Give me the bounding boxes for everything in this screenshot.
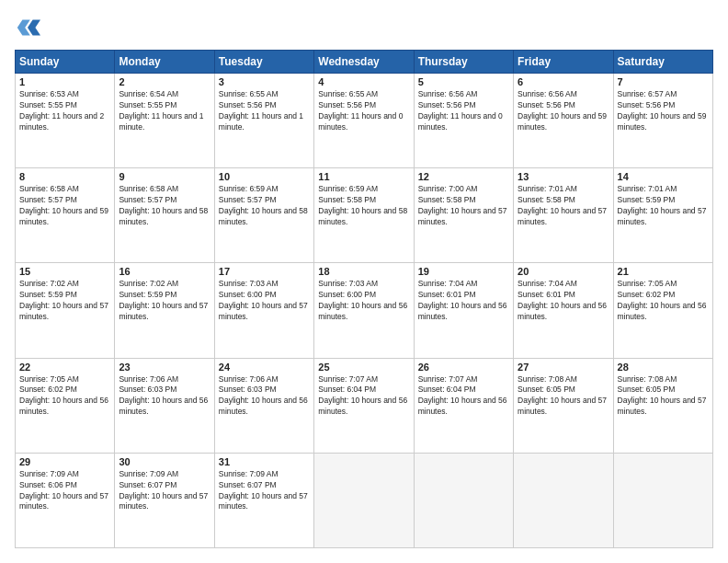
col-wednesday: Wednesday — [314, 51, 414, 74]
day-info: Sunrise: 7:06 AMSunset: 6:03 PMDaylight:… — [219, 374, 310, 419]
calendar-day-cell: 21 Sunrise: 7:05 AMSunset: 6:02 PMDaylig… — [613, 263, 712, 358]
calendar-day-cell: 19 Sunrise: 7:04 AMSunset: 6:01 PMDaylig… — [414, 263, 513, 358]
calendar-day-cell: 29 Sunrise: 7:09 AMSunset: 6:06 PMDaylig… — [16, 453, 115, 547]
calendar-day-cell: 30 Sunrise: 7:09 AMSunset: 6:07 PMDaylig… — [115, 453, 214, 547]
day-info: Sunrise: 7:08 AMSunset: 6:05 PMDaylight:… — [618, 374, 709, 419]
calendar-day-cell: 12 Sunrise: 7:00 AMSunset: 5:58 PMDaylig… — [414, 168, 513, 263]
calendar-day-cell — [414, 453, 513, 547]
day-info: Sunrise: 6:57 AMSunset: 5:56 PMDaylight:… — [618, 89, 709, 133]
day-info: Sunrise: 7:00 AMSunset: 5:58 PMDaylight:… — [418, 184, 509, 228]
day-number: 28 — [618, 362, 709, 373]
day-info: Sunrise: 6:55 AMSunset: 5:56 PMDaylight:… — [318, 89, 409, 133]
day-info: Sunrise: 7:03 AMSunset: 6:00 PMDaylight:… — [219, 279, 310, 323]
day-info: Sunrise: 7:09 AMSunset: 6:07 PMDaylight:… — [119, 469, 210, 513]
calendar-day-cell: 13 Sunrise: 7:01 AMSunset: 5:58 PMDaylig… — [514, 168, 613, 263]
calendar-day-cell: 16 Sunrise: 7:02 AMSunset: 5:59 PMDaylig… — [115, 263, 214, 358]
calendar-week-row: 15 Sunrise: 7:02 AMSunset: 5:59 PMDaylig… — [16, 263, 713, 358]
day-info: Sunrise: 7:02 AMSunset: 5:59 PMDaylight:… — [19, 279, 110, 323]
calendar-day-cell: 6 Sunrise: 6:56 AMSunset: 5:56 PMDayligh… — [514, 74, 613, 168]
calendar-day-cell: 1 Sunrise: 6:53 AMSunset: 5:55 PMDayligh… — [16, 74, 115, 168]
day-number: 9 — [119, 171, 210, 182]
day-number: 8 — [19, 171, 110, 182]
day-info: Sunrise: 6:56 AMSunset: 5:56 PMDaylight:… — [518, 89, 609, 133]
day-info: Sunrise: 7:03 AMSunset: 6:00 PMDaylight:… — [318, 279, 409, 323]
calendar-day-cell: 10 Sunrise: 6:59 AMSunset: 5:57 PMDaylig… — [214, 168, 313, 263]
col-sunday: Sunday — [16, 51, 115, 74]
col-thursday: Thursday — [414, 51, 513, 74]
day-info: Sunrise: 7:04 AMSunset: 6:01 PMDaylight:… — [418, 279, 509, 323]
day-info: Sunrise: 7:02 AMSunset: 5:59 PMDaylight:… — [119, 279, 210, 323]
calendar-day-cell: 31 Sunrise: 7:09 AMSunset: 6:07 PMDaylig… — [214, 453, 313, 547]
calendar-header-row: Sunday Monday Tuesday Wednesday Thursday… — [16, 51, 713, 74]
calendar-day-cell: 5 Sunrise: 6:56 AMSunset: 5:56 PMDayligh… — [414, 74, 513, 168]
logo-icon — [15, 15, 40, 40]
day-info: Sunrise: 6:59 AMSunset: 5:58 PMDaylight:… — [318, 184, 409, 228]
svg-marker-0 — [28, 20, 40, 36]
calendar-day-cell: 26 Sunrise: 7:07 AMSunset: 6:04 PMDaylig… — [414, 358, 513, 453]
day-info: Sunrise: 7:05 AMSunset: 6:02 PMDaylight:… — [19, 374, 110, 419]
calendar-day-cell — [314, 453, 414, 547]
day-info: Sunrise: 7:06 AMSunset: 6:03 PMDaylight:… — [119, 374, 210, 419]
col-friday: Friday — [514, 51, 613, 74]
calendar-week-row: 29 Sunrise: 7:09 AMSunset: 6:06 PMDaylig… — [16, 453, 713, 547]
day-info: Sunrise: 6:55 AMSunset: 5:56 PMDaylight:… — [219, 89, 310, 133]
day-number: 6 — [518, 76, 609, 87]
calendar-week-row: 1 Sunrise: 6:53 AMSunset: 5:55 PMDayligh… — [16, 74, 713, 168]
calendar-day-cell: 3 Sunrise: 6:55 AMSunset: 5:56 PMDayligh… — [214, 74, 313, 168]
calendar-table: Sunday Monday Tuesday Wednesday Thursday… — [15, 50, 713, 548]
col-tuesday: Tuesday — [214, 51, 313, 74]
day-info: Sunrise: 7:07 AMSunset: 6:04 PMDaylight:… — [418, 374, 509, 419]
day-number: 1 — [19, 76, 110, 87]
day-number: 12 — [418, 171, 509, 182]
day-info: Sunrise: 6:58 AMSunset: 5:57 PMDaylight:… — [19, 184, 110, 228]
calendar-week-row: 22 Sunrise: 7:05 AMSunset: 6:02 PMDaylig… — [16, 358, 713, 453]
day-number: 2 — [119, 76, 210, 87]
day-info: Sunrise: 7:01 AMSunset: 5:59 PMDaylight:… — [618, 184, 709, 228]
day-number: 11 — [318, 171, 409, 182]
day-info: Sunrise: 7:05 AMSunset: 6:02 PMDaylight:… — [618, 279, 709, 323]
calendar-day-cell: 27 Sunrise: 7:08 AMSunset: 6:05 PMDaylig… — [514, 358, 613, 453]
day-number: 3 — [219, 76, 310, 87]
calendar-day-cell: 24 Sunrise: 7:06 AMSunset: 6:03 PMDaylig… — [214, 358, 313, 453]
day-number: 31 — [219, 456, 310, 467]
day-number: 29 — [19, 456, 110, 467]
page: Sunday Monday Tuesday Wednesday Thursday… — [0, 0, 728, 563]
day-info: Sunrise: 7:07 AMSunset: 6:04 PMDaylight:… — [318, 374, 409, 419]
day-number: 7 — [618, 76, 709, 87]
day-info: Sunrise: 7:09 AMSunset: 6:06 PMDaylight:… — [19, 469, 110, 513]
day-info: Sunrise: 6:53 AMSunset: 5:55 PMDaylight:… — [19, 89, 110, 133]
day-number: 5 — [418, 76, 509, 87]
day-number: 19 — [418, 266, 509, 277]
calendar-day-cell — [514, 453, 613, 547]
calendar-day-cell: 11 Sunrise: 6:59 AMSunset: 5:58 PMDaylig… — [314, 168, 414, 263]
day-info: Sunrise: 7:04 AMSunset: 6:01 PMDaylight:… — [518, 279, 609, 323]
day-info: Sunrise: 7:01 AMSunset: 5:58 PMDaylight:… — [518, 184, 609, 228]
day-number: 4 — [318, 76, 409, 87]
day-number: 21 — [618, 266, 709, 277]
calendar-day-cell: 8 Sunrise: 6:58 AMSunset: 5:57 PMDayligh… — [16, 168, 115, 263]
calendar-week-row: 8 Sunrise: 6:58 AMSunset: 5:57 PMDayligh… — [16, 168, 713, 263]
calendar-day-cell — [613, 453, 712, 547]
calendar-day-cell: 22 Sunrise: 7:05 AMSunset: 6:02 PMDaylig… — [16, 358, 115, 453]
calendar-day-cell: 17 Sunrise: 7:03 AMSunset: 6:00 PMDaylig… — [214, 263, 313, 358]
day-number: 20 — [518, 266, 609, 277]
logo — [15, 15, 44, 40]
day-info: Sunrise: 7:09 AMSunset: 6:07 PMDaylight:… — [219, 469, 310, 513]
day-number: 16 — [119, 266, 210, 277]
day-info: Sunrise: 6:59 AMSunset: 5:57 PMDaylight:… — [219, 184, 310, 228]
calendar-day-cell: 28 Sunrise: 7:08 AMSunset: 6:05 PMDaylig… — [613, 358, 712, 453]
calendar-day-cell: 9 Sunrise: 6:58 AMSunset: 5:57 PMDayligh… — [115, 168, 214, 263]
calendar-day-cell: 20 Sunrise: 7:04 AMSunset: 6:01 PMDaylig… — [514, 263, 613, 358]
calendar-day-cell: 15 Sunrise: 7:02 AMSunset: 5:59 PMDaylig… — [16, 263, 115, 358]
day-number: 27 — [518, 362, 609, 373]
calendar-day-cell: 7 Sunrise: 6:57 AMSunset: 5:56 PMDayligh… — [613, 74, 712, 168]
col-saturday: Saturday — [613, 51, 712, 74]
day-number: 22 — [19, 362, 110, 373]
day-info: Sunrise: 7:08 AMSunset: 6:05 PMDaylight:… — [518, 374, 609, 419]
day-number: 15 — [19, 266, 110, 277]
header — [15, 15, 713, 40]
day-number: 10 — [219, 171, 310, 182]
calendar-day-cell: 14 Sunrise: 7:01 AMSunset: 5:59 PMDaylig… — [613, 168, 712, 263]
day-info: Sunrise: 6:58 AMSunset: 5:57 PMDaylight:… — [119, 184, 210, 228]
calendar-day-cell: 23 Sunrise: 7:06 AMSunset: 6:03 PMDaylig… — [115, 358, 214, 453]
